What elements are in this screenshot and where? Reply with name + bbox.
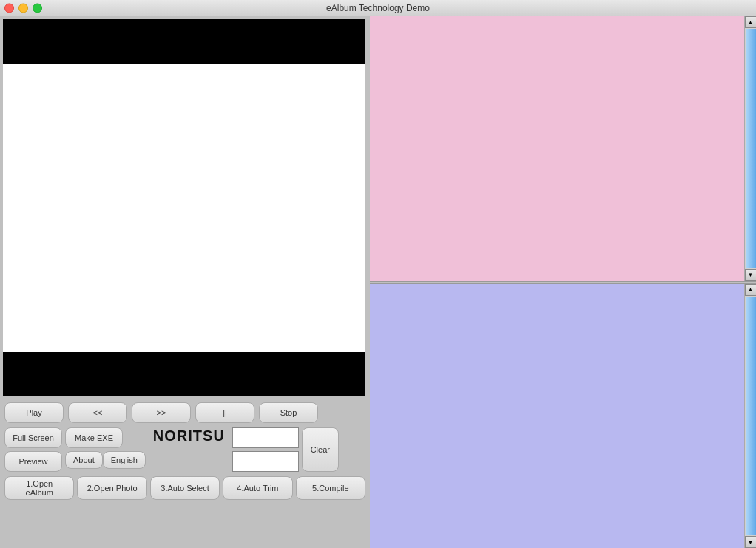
input-field-2[interactable] (232, 451, 299, 472)
scroll-up-arrow[interactable]: ▲ (745, 16, 757, 28)
top-scrollbar[interactable]: ▲ ▼ (744, 16, 756, 281)
scroll-track-bottom[interactable] (746, 297, 756, 536)
preview-button[interactable]: Preview (4, 451, 62, 472)
maximize-button[interactable] (33, 3, 42, 13)
bottom-nav: 1.Open eAlbum 2.Open Photo 3.Auto Select… (0, 473, 370, 503)
mid-controls: Full Screen Preview Make EXE About Engli… (0, 426, 370, 473)
col2: Make EXE About English (65, 427, 146, 469)
english-button[interactable]: English (103, 451, 146, 469)
right-top-pane: ▲ ▼ (370, 16, 756, 281)
auto-select-button[interactable]: 3.Auto Select (150, 476, 220, 500)
window-title: eAlbum Technology Demo (326, 3, 430, 13)
preview-content (3, 64, 365, 352)
col1: Full Screen Preview (4, 427, 62, 472)
make-exe-button[interactable]: Make EXE (65, 427, 123, 448)
scroll-up-arrow-bottom[interactable]: ▲ (745, 284, 757, 296)
scroll-track-top[interactable] (746, 29, 756, 268)
auto-trim-button[interactable]: 4.Auto Trim (223, 476, 292, 500)
preview-area (3, 19, 365, 396)
input-field-1[interactable] (232, 427, 299, 448)
minimize-button[interactable] (18, 3, 28, 13)
next-button[interactable]: >> (132, 402, 191, 423)
col4 (232, 427, 299, 472)
open-photo-button[interactable]: 2.Open Photo (77, 476, 146, 500)
close-button[interactable] (4, 3, 14, 13)
compile-button[interactable]: 5.Compile (296, 476, 365, 500)
about-button[interactable]: About (65, 451, 103, 469)
full-screen-button[interactable]: Full Screen (4, 427, 62, 448)
col5: Clear (302, 427, 339, 472)
pause-button[interactable]: || (195, 402, 254, 423)
col3: NORITSU (149, 427, 229, 444)
preview-top-bar (3, 19, 365, 64)
about-english-row: About English (65, 451, 146, 469)
play-button[interactable]: Play (4, 402, 64, 423)
prev-button[interactable]: << (68, 402, 127, 423)
bottom-scrollbar[interactable]: ▲ ▼ (744, 284, 756, 549)
clear-button[interactable]: Clear (302, 427, 339, 472)
scroll-down-arrow[interactable]: ▼ (745, 269, 757, 281)
main-container: Play << >> || Stop Full Screen Preview M… (0, 16, 756, 548)
stop-button[interactable]: Stop (259, 402, 318, 423)
noritsu-label: NORITSU (149, 427, 229, 444)
title-bar: eAlbum Technology Demo (0, 0, 756, 16)
window-controls[interactable] (4, 3, 42, 13)
right-bottom-pane: ▲ ▼ (370, 284, 756, 549)
playback-controls: Play << >> || Stop (0, 399, 370, 426)
right-panel: ▲ ▼ ▲ ▼ (370, 16, 756, 548)
scroll-down-arrow-bottom[interactable]: ▼ (745, 536, 757, 548)
preview-bottom-bar (3, 352, 365, 396)
left-panel: Play << >> || Stop Full Screen Preview M… (0, 16, 370, 548)
open-ealbum-button[interactable]: 1.Open eAlbum (4, 476, 74, 500)
